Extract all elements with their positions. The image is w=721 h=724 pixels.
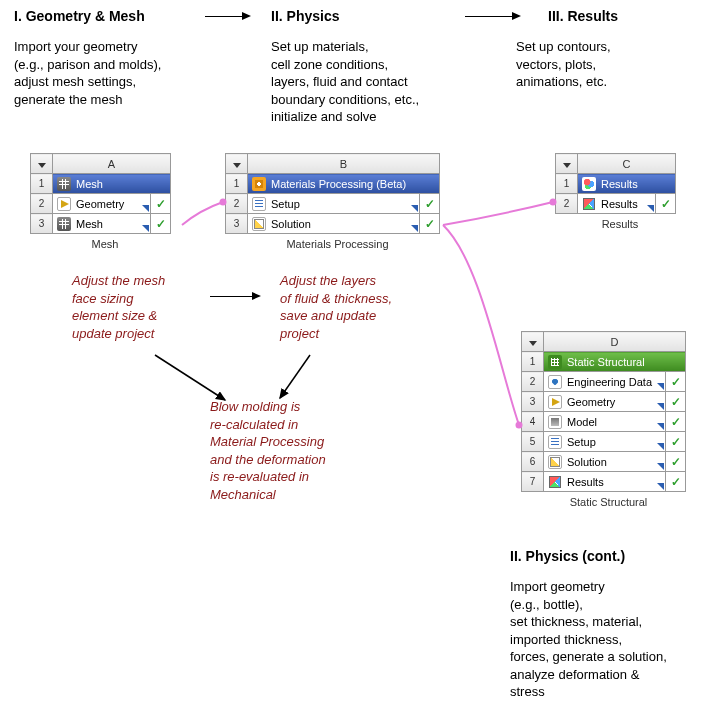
desc-results: Set up contours, vectors, plots, animati… <box>516 38 706 91</box>
dropdown-corner[interactable] <box>31 154 53 174</box>
svg-line-3 <box>155 355 225 400</box>
corner-indicator <box>657 443 664 450</box>
setup-icon <box>548 435 562 449</box>
cell-solution[interactable]: Solution <box>544 452 666 472</box>
dropdown-corner[interactable] <box>522 332 544 352</box>
heading-physics: II. Physics <box>271 8 339 24</box>
status-cell: ✓ <box>420 194 440 214</box>
geometry-icon <box>57 197 71 211</box>
row-num: 6 <box>522 452 544 472</box>
cell-model[interactable]: Model <box>544 412 666 432</box>
row-num: 1 <box>522 352 544 372</box>
system-header-label: Materials Processing (Beta) <box>271 178 406 190</box>
status-cell: ✓ <box>666 432 686 452</box>
row-num: 7 <box>522 472 544 492</box>
system-header-static[interactable]: Static Structural <box>544 352 686 372</box>
cell-results[interactable]: Results <box>578 194 656 214</box>
corner-indicator <box>647 205 654 212</box>
schematic-caption: Static Structural <box>521 496 696 508</box>
cell-label: Engineering Data <box>567 376 652 388</box>
cell-results[interactable]: Results <box>544 472 666 492</box>
system-header-label: Results <box>601 178 638 190</box>
mesh-icon <box>57 177 71 191</box>
cell-geometry[interactable]: Geometry <box>53 194 151 214</box>
cell-label: Model <box>567 416 597 428</box>
results-icon <box>582 177 596 191</box>
schematic-caption: Results <box>555 218 685 230</box>
schematic-materials-processing: B 1 Materials Processing (Beta) 2 Setup … <box>225 153 450 250</box>
system-header-label: Mesh <box>76 178 103 190</box>
corner-indicator <box>142 225 149 232</box>
status-cell: ✓ <box>666 372 686 392</box>
system-header-results[interactable]: Results <box>578 174 676 194</box>
corner-indicator <box>142 205 149 212</box>
solution-icon <box>548 455 562 469</box>
materials-processing-icon <box>252 177 266 191</box>
col-header-b: B <box>248 154 440 174</box>
corner-indicator <box>657 483 664 490</box>
schematic-caption: Mesh <box>30 238 180 250</box>
row-num: 3 <box>31 214 53 234</box>
status-cell: ✓ <box>656 194 676 214</box>
corner-indicator <box>657 383 664 390</box>
col-header-d: D <box>544 332 686 352</box>
status-cell: ✓ <box>666 472 686 492</box>
cell-label: Geometry <box>567 396 615 408</box>
model-icon <box>548 415 562 429</box>
cell-mesh[interactable]: Mesh <box>53 214 151 234</box>
status-cell: ✓ <box>151 194 171 214</box>
solution-icon <box>252 217 266 231</box>
static-structural-icon <box>548 355 562 369</box>
desc-geometry: Import your geometry (e.g., parison and … <box>14 38 244 108</box>
row-num: 2 <box>226 194 248 214</box>
cube-icon <box>548 475 562 489</box>
corner-indicator <box>657 423 664 430</box>
cell-label: Results <box>601 198 638 210</box>
row-num: 1 <box>556 174 578 194</box>
cell-setup[interactable]: Setup <box>248 194 420 214</box>
cell-label: Geometry <box>76 198 124 210</box>
cube-icon <box>582 197 596 211</box>
row-num: 1 <box>31 174 53 194</box>
dropdown-corner[interactable] <box>556 154 578 174</box>
corner-indicator <box>657 403 664 410</box>
arrow-heading-1 <box>205 16 250 17</box>
schematic-static-structural: D 1 Static Structural 2 Engineering Data… <box>521 331 696 508</box>
annotation-recalculated: Blow molding is re-calculated in Materia… <box>210 398 326 503</box>
row-num: 4 <box>522 412 544 432</box>
system-header-label: Static Structural <box>567 356 645 368</box>
annotation-adjust-mesh: Adjust the mesh face sizing element size… <box>72 272 165 342</box>
dropdown-corner[interactable] <box>226 154 248 174</box>
row-num: 1 <box>226 174 248 194</box>
arrow-heading-2 <box>465 16 520 17</box>
status-cell: ✓ <box>666 452 686 472</box>
row-num: 3 <box>522 392 544 412</box>
corner-indicator <box>411 225 418 232</box>
row-num: 3 <box>226 214 248 234</box>
cell-setup[interactable]: Setup <box>544 432 666 452</box>
cell-label: Setup <box>271 198 300 210</box>
mesh-icon <box>57 217 71 231</box>
cell-label: Setup <box>567 436 596 448</box>
cell-geometry[interactable]: Geometry <box>544 392 666 412</box>
geometry-icon <box>548 395 562 409</box>
setup-icon <box>252 197 266 211</box>
row-num: 2 <box>522 372 544 392</box>
cell-label: Solution <box>271 218 311 230</box>
heading-physics-cont: II. Physics (cont.) <box>510 548 625 564</box>
heading-results: III. Results <box>548 8 618 24</box>
col-header-a: A <box>53 154 171 174</box>
cell-solution[interactable]: Solution <box>248 214 420 234</box>
arrow-annotations <box>210 296 260 297</box>
schematic-mesh: A 1 Mesh 2 Geometry ✓ 3 Mesh ✓ Mesh <box>30 153 180 250</box>
status-cell: ✓ <box>420 214 440 234</box>
cell-engineering-data[interactable]: Engineering Data <box>544 372 666 392</box>
status-cell: ✓ <box>666 412 686 432</box>
system-header-mesh[interactable]: Mesh <box>53 174 171 194</box>
cell-label: Solution <box>567 456 607 468</box>
cell-label: Mesh <box>76 218 103 230</box>
desc-physics: Set up materials, cell zone conditions, … <box>271 38 511 126</box>
row-num: 2 <box>31 194 53 214</box>
system-header-matproc[interactable]: Materials Processing (Beta) <box>248 174 440 194</box>
schematic-caption: Materials Processing <box>225 238 450 250</box>
